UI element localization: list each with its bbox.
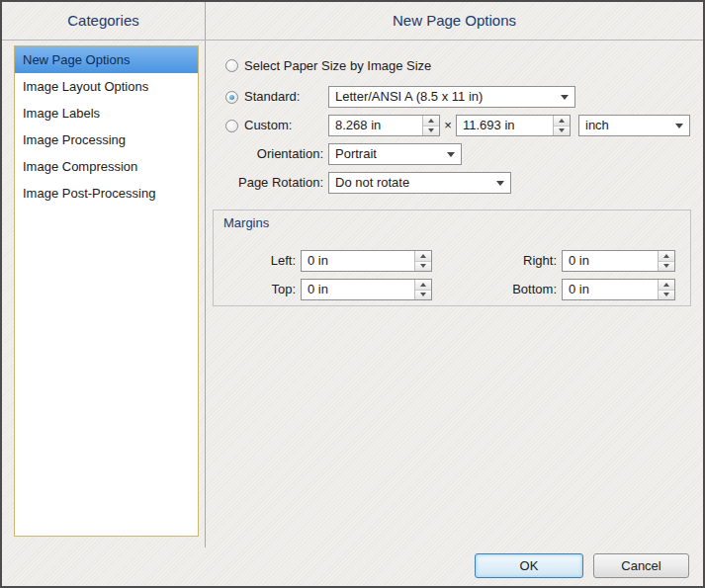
margin-top-spinner[interactable]: 0 in bbox=[301, 279, 432, 300]
spinner-buttons bbox=[414, 280, 431, 299]
spin-up-icon[interactable] bbox=[423, 116, 439, 126]
margin-top-value: 0 in bbox=[308, 280, 411, 299]
category-item-image-compression[interactable]: Image Compression bbox=[15, 153, 198, 180]
margin-right-spinner[interactable]: 0 in bbox=[562, 250, 675, 272]
page-rotation-value: Do not rotate bbox=[335, 173, 490, 193]
spinner-buttons bbox=[414, 251, 431, 271]
header-divider bbox=[2, 40, 703, 41]
margin-left-value: 0 in bbox=[308, 251, 411, 271]
unit-select[interactable]: inch bbox=[578, 115, 690, 136]
spinner-buttons bbox=[658, 251, 674, 271]
custom-width-value: 8.268 in bbox=[335, 116, 419, 135]
custom-height-value: 11.693 in bbox=[463, 116, 550, 135]
cancel-button[interactable]: Cancel bbox=[593, 553, 689, 578]
margin-bottom-value: 0 in bbox=[569, 280, 655, 299]
page-title: New Page Options bbox=[206, 12, 703, 29]
multiply-symbol: × bbox=[442, 115, 454, 136]
paper-by-image-size-label: Select Paper Size by Image Size bbox=[244, 55, 431, 77]
custom-height-spinner[interactable]: 11.693 in bbox=[456, 115, 571, 136]
radio-custom[interactable] bbox=[225, 120, 238, 132]
margin-top-label: Top: bbox=[214, 279, 296, 300]
chevron-down-icon bbox=[447, 152, 455, 157]
spin-down-icon[interactable] bbox=[415, 262, 431, 272]
orientation-label: Orientation: bbox=[205, 143, 323, 165]
standard-size-value: Letter/ANSI A (8.5 x 11 in) bbox=[335, 87, 555, 107]
page-rotation-label: Page Rotation: bbox=[205, 172, 323, 194]
spinner-buttons bbox=[553, 116, 570, 135]
margin-right-value: 0 in bbox=[569, 251, 655, 271]
new-page-options-dialog: Categories New Page Options New Page Opt… bbox=[0, 0, 705, 588]
spin-down-icon[interactable] bbox=[659, 262, 674, 272]
spinner-buttons bbox=[422, 116, 439, 135]
custom-width-spinner[interactable]: 8.268 in bbox=[328, 115, 440, 136]
page-rotation-select[interactable]: Do not rotate bbox=[328, 172, 511, 194]
margin-left-spinner[interactable]: 0 in bbox=[301, 250, 432, 272]
chevron-down-icon bbox=[496, 181, 504, 186]
spin-down-icon[interactable] bbox=[423, 126, 439, 136]
margins-group: Margins Left: 0 in Right: 0 in Top: 0 in bbox=[213, 210, 691, 306]
spin-up-icon[interactable] bbox=[659, 251, 674, 262]
category-item-image-layout-options[interactable]: Image Layout Options bbox=[15, 73, 198, 100]
category-item-image-post-processing[interactable]: Image Post-Processing bbox=[15, 180, 198, 207]
custom-label: Custom: bbox=[244, 115, 292, 136]
spinner-buttons bbox=[658, 280, 674, 299]
margin-right-label: Right: bbox=[481, 250, 557, 272]
spin-up-icon[interactable] bbox=[415, 280, 431, 291]
spin-down-icon[interactable] bbox=[554, 126, 570, 136]
margin-left-label: Left: bbox=[214, 250, 296, 272]
categories-list: New Page Options Image Layout Options Im… bbox=[14, 45, 199, 537]
orientation-select[interactable]: Portrait bbox=[328, 143, 462, 165]
categories-header: Categories bbox=[2, 12, 205, 29]
standard-label: Standard: bbox=[244, 86, 300, 108]
spin-down-icon[interactable] bbox=[415, 291, 431, 300]
panel-divider bbox=[205, 2, 206, 547]
margin-bottom-spinner[interactable]: 0 in bbox=[562, 279, 675, 300]
spin-down-icon[interactable] bbox=[659, 291, 674, 300]
spin-up-icon[interactable] bbox=[659, 280, 674, 291]
margin-bottom-label: Bottom: bbox=[481, 279, 557, 300]
standard-size-select[interactable]: Letter/ANSI A (8.5 x 11 in) bbox=[328, 86, 575, 108]
radio-selected-dot bbox=[229, 95, 234, 100]
category-item-image-labels[interactable]: Image Labels bbox=[15, 100, 198, 126]
orientation-value: Portrait bbox=[335, 144, 441, 164]
radio-paper-by-image-size[interactable] bbox=[225, 59, 238, 72]
category-item-new-page-options[interactable]: New Page Options bbox=[15, 46, 198, 73]
chevron-down-icon bbox=[561, 95, 569, 100]
category-item-image-processing[interactable]: Image Processing bbox=[15, 126, 198, 153]
radio-standard[interactable] bbox=[225, 91, 238, 104]
unit-value: inch bbox=[585, 116, 669, 135]
margins-title: Margins bbox=[223, 215, 269, 230]
ok-button[interactable]: OK bbox=[475, 553, 583, 578]
spin-up-icon[interactable] bbox=[554, 116, 570, 126]
spin-up-icon[interactable] bbox=[415, 251, 431, 262]
chevron-down-icon bbox=[675, 124, 683, 128]
